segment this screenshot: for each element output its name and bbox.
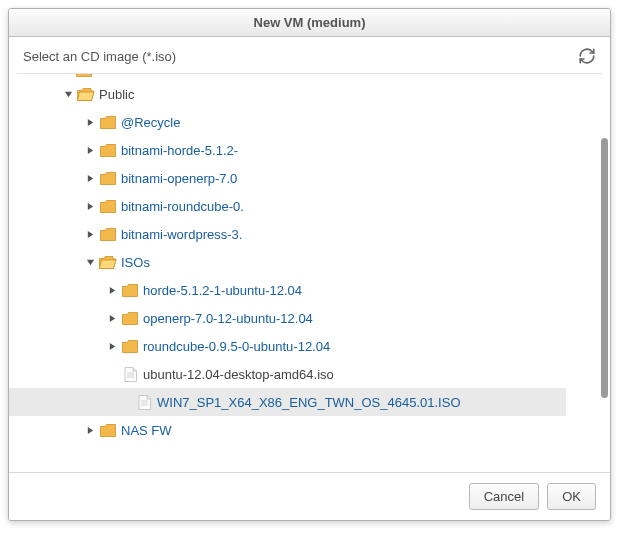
folder-icon (99, 116, 117, 129)
toggle-icon[interactable] (107, 342, 117, 351)
folder-icon (75, 74, 93, 77)
prompt-row: Select an CD image (*.iso) (9, 37, 610, 73)
toggle-icon[interactable] (107, 314, 117, 323)
toggle-icon[interactable] (107, 286, 117, 295)
tree-item-isos[interactable]: ISOs (23, 248, 610, 276)
tree-item-ubuntu-iso[interactable]: ▸ ubuntu-12.04-desktop-amd64.iso (23, 360, 610, 388)
tree-item-openerp[interactable]: openerp-7.0-12-ubuntu-12.04 (23, 304, 610, 332)
toggle-icon[interactable] (85, 118, 95, 127)
tree-label: bitnami-horde-5.1.2- (121, 143, 238, 158)
tree-item-roundcube[interactable]: roundcube-0.9.5-0-ubuntu-12.04 (23, 332, 610, 360)
tree-label: roundcube-0.9.5-0-ubuntu-12.04 (143, 339, 330, 354)
dialog-footer: Cancel OK (9, 472, 610, 520)
toggle-icon[interactable] (85, 202, 95, 211)
tree-label: Public (99, 87, 134, 102)
tree-label: horde-5.1.2-1-ubuntu-12.04 (143, 283, 302, 298)
cancel-button[interactable]: Cancel (469, 483, 539, 510)
folder-icon (99, 200, 117, 213)
ok-button[interactable]: OK (547, 483, 596, 510)
toggle-icon[interactable] (85, 258, 95, 267)
toggle-icon[interactable] (85, 146, 95, 155)
tree-item-win7-iso[interactable]: ▸ WIN7_SP1_X64_X86_ENG_TWN_OS_4645.01.IS… (23, 388, 566, 416)
toggle-icon[interactable] (85, 174, 95, 183)
tree-label: @Recycle (121, 115, 180, 130)
tree-container: Public @Recycle bitnami-horde-5.1.2- bit… (9, 74, 610, 472)
tree-label: bitnami-roundcube-0. (121, 199, 244, 214)
tree-item-bitnami-openerp[interactable]: bitnami-openerp-7.0 (23, 164, 610, 192)
tree-item-bitnami-roundcube[interactable]: bitnami-roundcube-0. (23, 192, 610, 220)
new-vm-dialog: New VM (medium) Select an CD image (*.is… (8, 8, 611, 521)
file-icon (135, 395, 153, 410)
dialog-title: New VM (medium) (9, 9, 610, 37)
toggle-icon[interactable] (85, 230, 95, 239)
folder-icon (99, 172, 117, 185)
tree-label: NAS FW (121, 423, 172, 438)
tree-item-horde[interactable]: horde-5.1.2-1-ubuntu-12.04 (23, 276, 610, 304)
file-tree: Public @Recycle bitnami-horde-5.1.2- bit… (9, 74, 610, 450)
prompt-text: Select an CD image (*.iso) (23, 49, 176, 64)
tree-label: bitnami-openerp-7.0 (121, 171, 237, 186)
tree-label: WIN7_SP1_X64_X86_ENG_TWN_OS_4645.01.ISO (157, 395, 461, 410)
tree-label: ubuntu-12.04-desktop-amd64.iso (143, 367, 334, 382)
folder-open-icon (99, 256, 117, 269)
scrollbar-thumb[interactable] (601, 138, 608, 398)
tree-label: ISOs (121, 255, 150, 270)
tree-label: bitnami-wordpress-3. (121, 227, 242, 242)
refresh-icon (578, 47, 596, 65)
tree-item-nas-fw[interactable]: NAS FW (23, 416, 610, 444)
folder-icon (121, 340, 139, 353)
folder-icon (99, 228, 117, 241)
tree-label: openerp-7.0-12-ubuntu-12.04 (143, 311, 313, 326)
folder-icon (121, 312, 139, 325)
tree-item-recycle[interactable]: @Recycle (23, 108, 610, 136)
tree-item-bitnami-wordpress[interactable]: bitnami-wordpress-3. (23, 220, 610, 248)
toggle-icon[interactable] (63, 90, 73, 99)
folder-icon (99, 424, 117, 437)
file-icon (121, 367, 139, 382)
refresh-button[interactable] (578, 47, 596, 65)
toggle-icon[interactable] (85, 426, 95, 435)
tree-item-public[interactable]: Public (23, 80, 610, 108)
selected-row: ▸ WIN7_SP1_X64_X86_ENG_TWN_OS_4645.01.IS… (9, 388, 566, 416)
folder-open-icon (77, 88, 95, 101)
folder-icon (121, 284, 139, 297)
folder-icon (99, 144, 117, 157)
tree-item-bitnami-horde[interactable]: bitnami-horde-5.1.2- (23, 136, 610, 164)
